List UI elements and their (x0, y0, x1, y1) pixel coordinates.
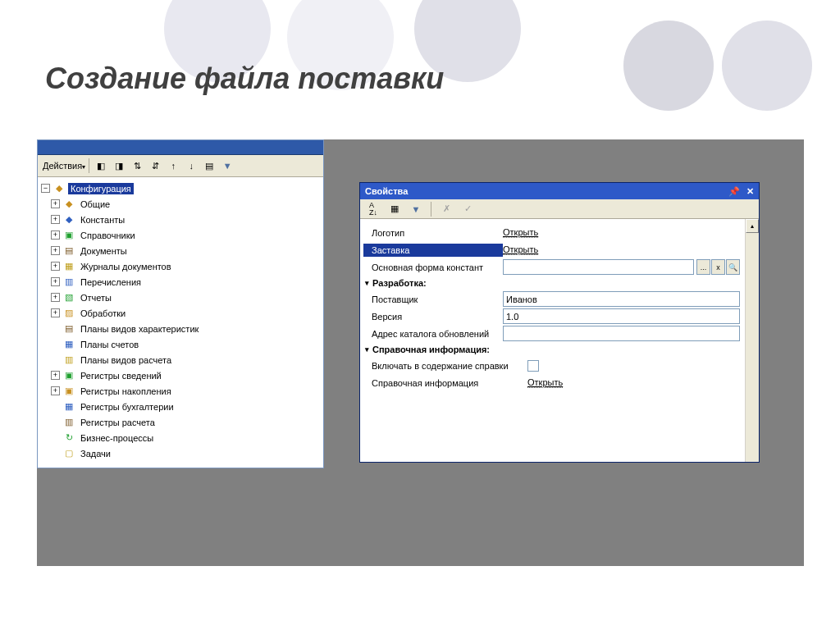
decor-circle (722, 21, 812, 111)
tree-item[interactable]: ▥Планы видов расчета (39, 352, 322, 368)
expand-icon[interactable]: + (51, 231, 60, 240)
prop-label-selected[interactable]: Заставка (363, 244, 503, 257)
tree-item-label: Перечисления (78, 276, 144, 288)
actions-label: Действия (43, 161, 82, 171)
properties-title-text: Свойства (365, 186, 408, 196)
tree-leaf-spacer (51, 324, 60, 333)
const-form-input[interactable] (503, 259, 694, 275)
toolbar-icon[interactable]: ⇵ (147, 158, 163, 174)
vendor-input[interactable] (503, 291, 740, 307)
tree-item[interactable]: +▥Перечисления (39, 274, 322, 290)
tree-item-icon: ▣ (62, 385, 75, 398)
tree-item[interactable]: ▥Регистры расчета (39, 414, 322, 430)
tree-root-label[interactable]: Конфигурация (68, 183, 134, 194)
include-help-checkbox[interactable] (527, 360, 539, 372)
toolbar-icon[interactable]: ⇅ (129, 158, 145, 174)
tree-item-label: Планы видов характеристик (78, 323, 201, 335)
tree-item[interactable]: +▦Журналы документов (39, 258, 322, 274)
scrollbar[interactable]: ▴ (745, 219, 759, 462)
pin-icon[interactable]: 📌 (728, 186, 740, 197)
tree-item-icon: ▦ (62, 338, 75, 351)
config-tree: − ◆ Конфигурация +◆Общие+◆Константы+▣Спр… (38, 177, 323, 468)
open-link[interactable]: Открыть (527, 377, 563, 388)
update-url-input[interactable] (503, 326, 740, 341)
section-title: Справочная информация: (372, 345, 490, 354)
cancel-icon[interactable]: ✗ (438, 201, 454, 217)
tree-item[interactable]: +▧Отчеты (39, 290, 322, 305)
sort-az-icon[interactable]: AZ↓ (365, 201, 381, 217)
tree-item[interactable]: +▣Справочники (39, 227, 322, 243)
tree-item[interactable]: ▦Регистры бухгалтерии (39, 399, 322, 414)
expand-icon[interactable]: + (51, 215, 60, 224)
panel-titlebar[interactable] (38, 140, 323, 155)
properties-titlebar[interactable]: Свойства 📌 ✕ (360, 183, 759, 199)
tree-item-label: Регистры накопления (78, 386, 174, 397)
tree-item[interactable]: +◆Константы (39, 212, 322, 227)
expand-icon[interactable]: + (51, 246, 60, 255)
toolbar-separator (431, 202, 431, 217)
expand-icon[interactable]: + (51, 199, 60, 208)
tree-item-icon: ▥ (62, 276, 75, 289)
sort-icon[interactable]: ▤ (201, 158, 217, 174)
category-icon[interactable]: ▦ (386, 201, 403, 217)
version-input[interactable] (503, 308, 740, 324)
prop-label: Версия (363, 312, 503, 322)
tree-leaf-spacer (51, 355, 60, 364)
tree-root[interactable]: − ◆ Конфигурация (39, 180, 322, 196)
tree-item[interactable]: ▢Задачи (39, 445, 322, 461)
properties-toolbar: AZ↓ ▦ ▼ ✗ ✓ (360, 199, 759, 219)
expand-icon[interactable]: + (51, 293, 60, 302)
tree-leaf-spacer (51, 418, 60, 427)
expand-icon[interactable]: + (51, 277, 60, 286)
toolbar-icon[interactable]: ◧ (93, 158, 109, 174)
close-icon[interactable]: ✕ (746, 186, 754, 197)
prop-label: Логотип (363, 228, 503, 238)
prop-row-help-info: Справочная информация Открыть (363, 374, 742, 391)
toolbar-icon[interactable]: ◨ (111, 158, 127, 174)
tree-item[interactable]: +▤Документы (39, 243, 322, 258)
actions-menu[interactable]: Действия▾ (43, 161, 85, 171)
open-link[interactable]: Открыть (503, 244, 538, 255)
search-button[interactable]: 🔍 (726, 259, 740, 275)
properties-content: Логотип Открыть Заставка Открыть Основна… (360, 219, 745, 462)
toolbar-icon[interactable]: ↓ (183, 158, 199, 174)
tree-item-icon: ▥ (62, 354, 75, 367)
tree-item[interactable]: +▣Регистры сведений (39, 368, 322, 383)
expand-icon[interactable]: + (51, 308, 60, 317)
check-icon[interactable]: ✓ (459, 201, 476, 217)
tree-item-icon: ▣ (62, 369, 75, 382)
collapse-icon[interactable]: − (41, 184, 50, 193)
expand-icon[interactable]: + (51, 386, 60, 395)
expand-icon[interactable]: + (51, 371, 60, 380)
tree-leaf-spacer (51, 402, 60, 411)
tree-item-label: Отчеты (78, 292, 114, 304)
section-help[interactable]: ▾ Справочная информация: (363, 342, 742, 357)
scroll-up-button[interactable]: ▴ (746, 219, 759, 233)
collapse-arrow-icon: ▾ (365, 279, 369, 287)
filter-icon[interactable]: ▼ (408, 201, 424, 217)
toolbar-icon[interactable]: ↑ (165, 158, 181, 174)
browse-button[interactable]: ... (696, 259, 710, 275)
tree-item-label: Документы (78, 245, 130, 257)
tree-item-label: Общие (78, 199, 112, 210)
tree-item-icon: ▦ (62, 260, 75, 273)
tree-item-label: Бизнес-процессы (78, 432, 156, 444)
filter-icon[interactable]: ▼ (219, 158, 235, 174)
expand-icon[interactable]: + (51, 262, 60, 271)
tree-item-icon: ◆ (62, 198, 75, 211)
section-development[interactable]: ▾ Разработка: (363, 276, 742, 290)
tree-item-label: Планы видов расчета (78, 354, 174, 366)
collapse-arrow-icon: ▾ (365, 345, 369, 354)
tree-leaf-spacer (51, 449, 60, 458)
tree-item-label: Константы (78, 214, 127, 226)
tree-item[interactable]: +◆Общие (39, 196, 322, 212)
decor-circle (623, 21, 714, 111)
tree-item[interactable]: ▤Планы видов характеристик (39, 321, 322, 336)
clear-button[interactable]: x (711, 259, 725, 275)
tree-item[interactable]: +▣Регистры накопления (39, 383, 322, 399)
tree-item[interactable]: +▨Обработки (39, 305, 322, 321)
open-link[interactable]: Открыть (503, 227, 538, 238)
tree-item[interactable]: ▦Планы счетов (39, 336, 322, 352)
tree-item-label: Регистры расчета (78, 417, 158, 428)
tree-item[interactable]: ↻Бизнес-процессы (39, 430, 322, 445)
